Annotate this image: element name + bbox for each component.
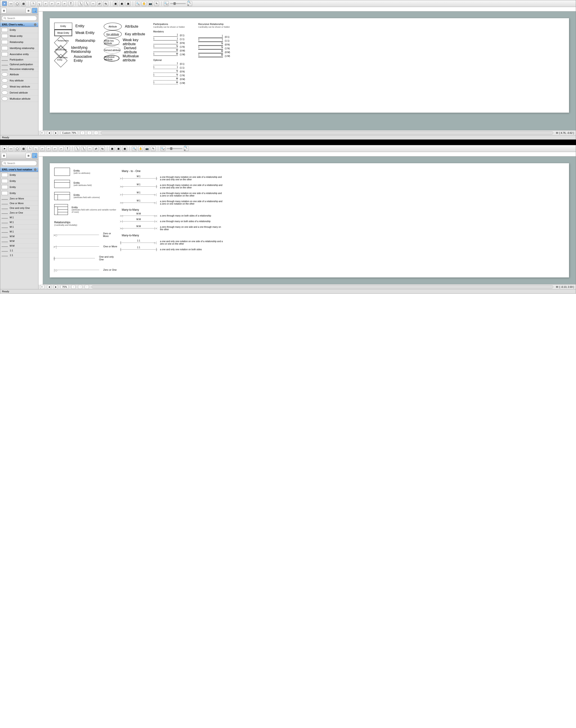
line-tool-2[interactable]: ╲ — [84, 1, 89, 6]
view-mode-3[interactable]: ▫ — [85, 285, 89, 289]
relationship-line[interactable]: ≻○○|M:1a zero through many notation on o… — [122, 200, 565, 205]
erd-shape[interactable]: Weak key attribute — [104, 38, 119, 46]
participation-line[interactable]: 1(0:1) — [153, 34, 194, 37]
view-mode-2[interactable]: ▫ — [87, 131, 91, 135]
relationship-line[interactable]: ╫╫1:1a one and only one notation on both… — [122, 248, 565, 251]
shape-item[interactable]: Entity — [0, 172, 38, 178]
diagram-page-2[interactable]: Entity(with no attributes)Entity(with at… — [50, 163, 569, 277]
table-tool[interactable]: ▦ — [21, 1, 26, 6]
snapshot-tool[interactable]: 📷 — [148, 1, 153, 6]
line-tool-5[interactable]: ⇆ — [103, 1, 108, 6]
shape-item[interactable]: Associative entity — [0, 51, 38, 57]
participation-line[interactable]: M(0:M) — [198, 51, 239, 54]
line-tool[interactable]: ⇄ — [94, 146, 98, 151]
prev-page-button[interactable]: ◀ — [47, 131, 51, 135]
hand-tool[interactable]: ✋ — [142, 1, 146, 6]
connector-tool[interactable]: └ — [27, 146, 32, 151]
group-tool-1[interactable]: ▣ — [113, 1, 118, 6]
erd-shape[interactable]: Key attribute — [104, 30, 122, 38]
group-tool-3[interactable]: ▣ — [125, 1, 131, 6]
search-input[interactable] — [2, 161, 37, 166]
entity-shape[interactable] — [54, 180, 70, 188]
participation-line[interactable]: M(0:M) — [153, 78, 194, 81]
tree-tab[interactable]: ⊞ — [1, 8, 6, 13]
line-tool-4[interactable]: ⇄ — [97, 1, 102, 6]
shape-item[interactable]: Key attribute — [0, 78, 38, 84]
shape-item[interactable]: Relationship — [0, 39, 38, 45]
connector-tool-4[interactable]: ⌐ — [50, 1, 54, 6]
cardinality-line[interactable]: ╫One and only One — [54, 255, 117, 261]
eyedropper-tool[interactable]: ✎ — [151, 146, 156, 151]
relationship-line[interactable]: ≻○○≺M:Ma zero through many on both sides… — [122, 214, 565, 217]
relationship-line[interactable]: ╫○|1:1a one and only one notation on one… — [122, 240, 565, 245]
panel-collapse-icon[interactable] — [34, 169, 36, 171]
participation-line[interactable]: 1N(1:N) — [153, 46, 194, 48]
search-tab[interactable]: 🔍 — [32, 153, 37, 158]
participation-line[interactable]: 11(1:1) — [153, 38, 194, 40]
connector-tool-3[interactable]: ⌐ — [43, 1, 48, 6]
view-mode-1[interactable]: ▫ — [71, 285, 76, 289]
entity-shape[interactable] — [54, 204, 68, 215]
shape-item[interactable]: Weak entity — [0, 33, 38, 39]
shape-item[interactable]: Attribute — [0, 71, 38, 78]
group-tool-2[interactable]: ▣ — [119, 1, 124, 6]
rect-tool[interactable]: ▭ — [8, 146, 13, 151]
erd-shape[interactable]: Relationship — [54, 45, 68, 54]
connector-tool[interactable]: ┐ — [33, 146, 38, 151]
panel-header[interactable]: ERD, crow's foot notation — [0, 167, 38, 172]
group-tool[interactable]: ▣ — [116, 146, 121, 151]
relationship-line[interactable]: ≻○|≺M:Ma zero through many on one side a… — [122, 226, 565, 231]
line-tool[interactable]: ╲ — [81, 146, 86, 151]
hand-tool[interactable]: ✋ — [138, 146, 143, 151]
shape-item[interactable]: M:1 — [0, 229, 38, 234]
participation-line[interactable]: 1M(1:M) — [153, 53, 194, 56]
zoom-slider[interactable] — [170, 3, 186, 4]
zoom-tool[interactable]: 🔍 — [132, 146, 137, 151]
shape-item[interactable]: One or More — [0, 201, 38, 206]
participation-line[interactable]: M(0:M) — [153, 49, 194, 52]
canvas-scroll[interactable]: Entity(with no attributes)Entity(with at… — [38, 156, 576, 284]
relationship-line[interactable]: ≻|╫M:1a one through many notation on one… — [122, 176, 565, 181]
next-page-button[interactable]: ▶ — [54, 285, 58, 289]
prev-page-button[interactable]: ◀ — [47, 285, 51, 289]
view-mode-1[interactable]: ▫ — [81, 131, 85, 135]
zoom-in-icon[interactable]: 🔍 — [135, 1, 140, 6]
shape-item[interactable]: Derived attribute — [0, 90, 38, 96]
participation-line[interactable]: N(0:N) — [153, 70, 194, 73]
group-tool[interactable]: ▣ — [122, 146, 127, 151]
participation-line[interactable]: 1(0:1) — [198, 35, 239, 38]
participation-line[interactable]: 1(0:1) — [153, 62, 194, 65]
shape-item[interactable]: M:1 — [0, 215, 38, 220]
connector-tool[interactable]: ⌐ — [40, 146, 45, 151]
search-input[interactable] — [2, 16, 37, 21]
rect-tool[interactable]: ▭ — [8, 1, 13, 6]
ellipse-tool[interactable]: ◯ — [15, 1, 20, 6]
shape-item[interactable]: Entity — [0, 27, 38, 33]
horizontal-scrollbar[interactable] — [92, 285, 553, 289]
eyedropper-tool[interactable]: ✎ — [154, 1, 159, 6]
panel-header[interactable]: ERD, Chen's nota... — [0, 22, 38, 27]
connector-tool[interactable]: ⌐ — [59, 146, 64, 151]
participation-line[interactable]: 11(1:1) — [198, 39, 239, 42]
shape-item[interactable]: Weak key attribute — [0, 84, 38, 90]
zoom-slider[interactable] — [167, 148, 182, 149]
erd-shape[interactable]: Entity — [54, 23, 72, 29]
erd-shape[interactable]: Attribute — [104, 23, 122, 30]
participation-line[interactable]: 11(1:1) — [153, 66, 194, 69]
entity-shape[interactable] — [54, 168, 70, 176]
zoom-in-button[interactable]: 🔍+ — [184, 146, 189, 151]
snapshot-tool[interactable]: 📷 — [144, 146, 149, 151]
zoom-display[interactable]: Custom 79% — [60, 131, 78, 135]
erd-shape[interactable]: Derived attribute — [104, 47, 121, 54]
shape-item[interactable]: Optional participation — [0, 62, 38, 67]
connector-tool-2[interactable]: ┐ — [37, 1, 42, 6]
connector-tool-5[interactable]: ⌐ — [56, 1, 61, 6]
shape-item[interactable]: M:1 — [0, 220, 38, 224]
shape-item[interactable]: Entity — [0, 178, 38, 184]
erd-shape[interactable]: Multivalue attribute — [104, 55, 119, 62]
tree-tab[interactable]: ⊞ — [1, 153, 6, 158]
line-tool[interactable]: ╲ — [75, 146, 80, 151]
zoom-out-button[interactable]: 🔍- — [164, 1, 169, 6]
shape-item[interactable]: Identifying relationship — [0, 45, 38, 51]
relationship-line[interactable]: ≻||≺M:Ma one through many on both sides … — [122, 220, 565, 222]
